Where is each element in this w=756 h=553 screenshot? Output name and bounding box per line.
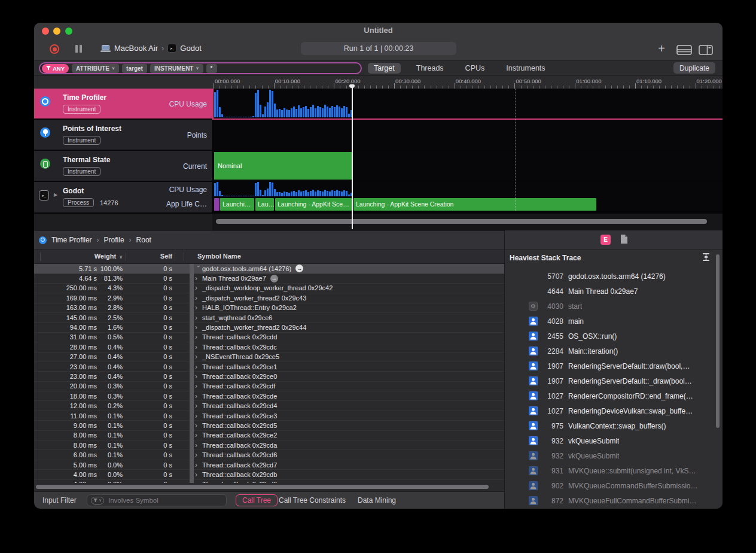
breadcrumb-item[interactable]: Profile (104, 236, 124, 244)
life-phase-segment[interactable]: Launching - AppKit Sce… (275, 198, 352, 211)
stack-frame-row[interactable]: 5707godot.osx.tools.arm64 (14276) (505, 269, 723, 284)
call-tree-button[interactable]: Call Tree (236, 494, 278, 506)
disclosure-chevron-icon[interactable]: › (195, 413, 202, 419)
disclosure-chevron-icon[interactable]: › (195, 373, 202, 379)
stack-frame-row[interactable]: 2284Main::iteration() (505, 344, 723, 358)
filter-token-attribute[interactable]: ATTRIBUTE∨ (72, 64, 119, 73)
filter-token-wildcard[interactable]: * (206, 64, 217, 73)
call-tree-constraints-button[interactable]: Call Tree Constraints (279, 496, 346, 505)
disclosure-chevron-icon[interactable]: › (195, 442, 202, 448)
call-tree-row[interactable]: 250.00 ms4.3%0 s›_dispatch_workloop_work… (34, 284, 504, 293)
tab-cpus[interactable]: CPUs (459, 63, 491, 74)
stack-frame-row[interactable]: 902MVKQueueCommandBufferSubmissio… (505, 478, 723, 493)
call-tree-row[interactable]: 4.00 ms0.0%0 s›Thread::callback 0x29cdb (34, 470, 504, 479)
process-name[interactable]: Godot (180, 44, 201, 53)
thermal-lane[interactable]: Nominal (212, 151, 723, 181)
document-icon[interactable] (620, 234, 629, 245)
device-name[interactable]: MacBook Air (114, 44, 158, 53)
stack-frame-row[interactable]: 872MVKQueueFullCommandBufferSubmi… (505, 493, 723, 508)
column-header-symbol-name[interactable]: Symbol Name (197, 253, 241, 260)
call-tree-row[interactable]: 12.00 ms0.2%0 s›Thread::callback 0x29cd4 (34, 401, 504, 411)
filter-any-pill[interactable]: ANY (42, 64, 69, 73)
filter-token-instrument[interactable]: INSTRUMENT∨ (150, 64, 203, 73)
disclosure-chevron-icon[interactable]: › (195, 393, 202, 399)
disclosure-chevron-icon[interactable]: › (195, 383, 202, 389)
disclosure-chevron-icon[interactable]: › (196, 265, 202, 272)
track-row-thermal-state[interactable]: Thermal State Instrument Current Nominal (34, 151, 723, 182)
tab-instruments[interactable]: Instruments (500, 63, 551, 74)
run-display[interactable]: Run 1 of 1 | 00:00:23 (301, 42, 456, 55)
stack-frame-row[interactable]: ⚙4030start (505, 299, 723, 314)
breadcrumb-item[interactable]: Time Profiler (51, 236, 92, 244)
symbol-filter-field[interactable]: ∨ (87, 494, 227, 506)
cpu-usage-lane[interactable] (212, 89, 723, 118)
add-instrument-button[interactable]: + (655, 42, 668, 55)
column-header-self[interactable]: Self (142, 253, 172, 260)
call-tree-row[interactable]: 4.64 s81.3%0 s›Main Thread 0x29ae7→ (34, 274, 504, 283)
disclosure-chevron-icon[interactable]: › (195, 423, 202, 429)
focus-arrow-icon[interactable]: → (295, 265, 303, 272)
disclosure-triangle-icon[interactable]: ▶ (54, 192, 57, 198)
disclosure-chevron-icon[interactable]: › (195, 285, 202, 291)
track-row-points-of-interest[interactable]: Points of Interest Instrument Points (34, 120, 723, 151)
tab-threads[interactable]: Threads (410, 63, 450, 74)
collapse-stack-icon[interactable] (702, 253, 711, 262)
call-tree-row[interactable]: 145.00 ms2.5%0 s›start_wqthread 0x29ce6 (34, 313, 504, 323)
disclosure-chevron-icon[interactable]: › (195, 344, 202, 350)
call-tree-row[interactable]: 5.00 ms0.0%0 s›Thread::callback 0x29cd7 (34, 460, 504, 470)
disclosure-chevron-icon[interactable]: › (195, 452, 202, 458)
life-phase-segment[interactable]: Launchi… (220, 198, 254, 211)
disclosure-chevron-icon[interactable]: › (195, 305, 202, 311)
call-tree-row[interactable]: 23.00 ms0.4%0 s›Thread::callback 0x29ce0 (34, 372, 504, 381)
life-phase-segment[interactable] (214, 198, 220, 211)
life-phase-segment[interactable]: Launching - AppKit Scene Creation (353, 198, 596, 211)
extended-detail-button[interactable]: E (600, 235, 611, 245)
table-horizontal-scrollbar[interactable] (36, 485, 489, 489)
call-tree-row[interactable]: 94.00 ms1.6%0 s›_dispatch_worker_thread2… (34, 323, 504, 332)
disclosure-chevron-icon[interactable]: › (195, 472, 202, 478)
call-tree-row[interactable]: 8.00 ms0.1%0 s›Thread::callback 0x29ce2 (34, 431, 504, 440)
filter-token-target[interactable]: target (122, 64, 147, 73)
focus-arrow-icon[interactable]: → (270, 275, 278, 282)
stack-frame-row[interactable]: 1027RendererCompositorRD::end_frame(… (505, 388, 723, 403)
stack-frame-row[interactable]: 2455OS_OSX::run() (505, 329, 723, 344)
track-row-godot-process[interactable]: >_ ▶ Godot Process 14276 CPU Usage App L… (34, 182, 723, 214)
stack-frame-row[interactable]: 1907RenderingServerDefault::_draw(bool… (505, 373, 723, 388)
column-header-weight[interactable]: Weight∨ (58, 253, 123, 260)
record-button[interactable] (50, 44, 59, 54)
disclosure-chevron-icon[interactable]: › (195, 324, 202, 330)
track-row-time-profiler[interactable]: Time Profiler Instrument CPU Usage (34, 89, 723, 120)
symbol-filter-input[interactable] (107, 496, 209, 505)
disclosure-chevron-icon[interactable]: › (195, 403, 202, 409)
stack-frame-row[interactable]: 4028main (505, 314, 723, 329)
disclosure-chevron-icon[interactable]: › (195, 295, 202, 301)
godot-lanes[interactable]: Launchi…Lau…Launching - AppKit Sce…Launc… (212, 182, 723, 212)
stack-frame-row[interactable]: 1027RenderingDeviceVulkan::swap_buffe… (505, 403, 723, 418)
stack-frame-row[interactable]: 4644Main Thread 0x29ae7 (505, 284, 723, 299)
stack-frame-row[interactable]: 931MVKQueue::submit(unsigned int, VkS… (505, 463, 723, 478)
disclosure-chevron-icon[interactable]: › (195, 275, 202, 281)
breadcrumb-item[interactable]: Root (136, 236, 151, 244)
target-selector[interactable]: MacBook Air › >_ Godot (100, 44, 202, 53)
data-mining-button[interactable]: Data Mining (358, 496, 396, 505)
disclosure-chevron-icon[interactable]: › (195, 315, 202, 321)
life-phase-segment[interactable]: Lau… (255, 198, 274, 211)
disclosure-chevron-icon[interactable]: › (195, 432, 202, 438)
stack-frame-row[interactable]: 932vkQueueSubmit (505, 448, 723, 463)
stack-frame-row[interactable]: 975VulkanContext::swap_buffers() (505, 418, 723, 433)
call-tree-row[interactable]: 5.71 s100.0%0 s›godot.osx.tools.arm64 (1… (34, 264, 504, 274)
call-tree-row[interactable]: 163.00 ms2.8%0 s›HALB_IOThread::Entry 0x… (34, 303, 504, 313)
disclosure-chevron-icon[interactable]: › (195, 354, 202, 360)
duplicate-button[interactable]: Duplicate (673, 62, 715, 74)
track-filter-field[interactable]: ANY ATTRIBUTE∨ target INSTRUMENT∨ * (39, 62, 362, 74)
call-tree-row[interactable]: 23.00 ms0.4%0 s›Thread::callback 0x29ce1 (34, 362, 504, 372)
bottom-panel-toggle[interactable] (676, 45, 692, 55)
thermal-state-bar[interactable]: Nominal (214, 152, 353, 180)
call-tree-row[interactable]: 6.00 ms0.1%0 s›Thread::callback 0x29cd6 (34, 450, 504, 460)
call-tree-row[interactable]: 169.00 ms2.9%0 s›_dispatch_worker_thread… (34, 293, 504, 303)
panel-vertical-scrollbar[interactable] (716, 254, 720, 428)
disclosure-chevron-icon[interactable]: › (195, 364, 202, 370)
call-tree-row[interactable]: 18.00 ms0.3%0 s›Thread::callback 0x29cde (34, 391, 504, 401)
call-tree-row[interactable]: 28.00 ms0.4%0 s›Thread::callback 0x29cdc (34, 342, 504, 352)
track-horizontal-scrollbar[interactable] (216, 219, 707, 224)
